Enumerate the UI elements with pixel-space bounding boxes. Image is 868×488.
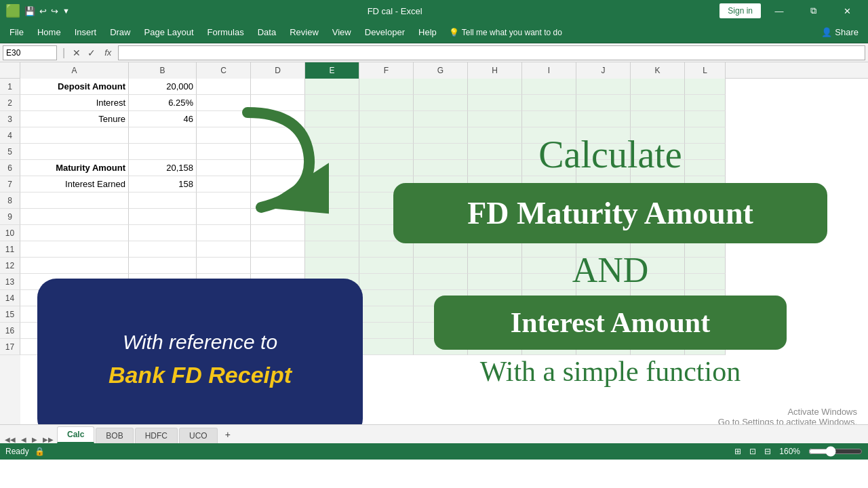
- cell-i1[interactable]: [522, 79, 576, 95]
- tab-scroll-right-right[interactable]: ▶▶: [41, 436, 56, 443]
- formula-cancel-button[interactable]: ✕: [71, 47, 83, 59]
- cell-c3[interactable]: [197, 111, 251, 127]
- cell-f2[interactable]: [359, 95, 414, 111]
- cell-d7[interactable]: [251, 176, 305, 192]
- redo-icon[interactable]: ↪: [51, 6, 58, 16]
- view-pagebreak-icon[interactable]: ⊟: [764, 447, 771, 456]
- view-normal-icon[interactable]: ⊞: [734, 447, 741, 456]
- quick-save-icon[interactable]: 💾: [24, 6, 35, 16]
- cell-b5[interactable]: [129, 144, 197, 160]
- tab-scroll-left[interactable]: ◀: [19, 436, 28, 443]
- cell-c7[interactable]: [197, 176, 251, 192]
- formula-input[interactable]: [118, 45, 865, 60]
- menu-help[interactable]: Help: [412, 24, 443, 40]
- row-num-17[interactable]: 17: [0, 339, 20, 355]
- row-num-14[interactable]: 14: [0, 290, 20, 306]
- cell-h3[interactable]: [468, 111, 522, 127]
- cell-e3[interactable]: [305, 111, 359, 127]
- menu-data[interactable]: Data: [251, 24, 283, 40]
- sign-in-button[interactable]: Sign in: [719, 3, 761, 18]
- col-header-i[interactable]: I: [522, 62, 576, 79]
- col-header-j[interactable]: J: [576, 62, 631, 79]
- row-num-11[interactable]: 11: [0, 241, 20, 258]
- sheet-tab-calc[interactable]: Calc: [57, 426, 94, 443]
- row-num-7[interactable]: 7: [0, 176, 20, 192]
- row-num-6[interactable]: 6: [0, 160, 20, 176]
- sheet-tab-bob[interactable]: BOB: [96, 428, 133, 443]
- menu-page-layout[interactable]: Page Layout: [138, 24, 201, 40]
- cell-d4[interactable]: [251, 127, 305, 144]
- row-num-1[interactable]: 1: [0, 79, 20, 95]
- close-button[interactable]: ✕: [831, 0, 863, 22]
- row-num-13[interactable]: 13: [0, 274, 20, 290]
- formula-fx-button[interactable]: fx: [100, 47, 115, 58]
- cell-c4[interactable]: [197, 127, 251, 144]
- col-header-k[interactable]: K: [631, 62, 685, 79]
- cell-d6[interactable]: [251, 160, 305, 176]
- sheet-tab-hdfc[interactable]: HDFC: [135, 428, 178, 443]
- menu-insert[interactable]: Insert: [68, 24, 104, 40]
- undo-icon[interactable]: ↩: [39, 6, 47, 16]
- cell-i3[interactable]: [522, 111, 576, 127]
- col-header-e[interactable]: E: [305, 62, 359, 79]
- col-header-h[interactable]: H: [468, 62, 522, 79]
- cell-j2[interactable]: [576, 95, 631, 111]
- row-num-9[interactable]: 9: [0, 209, 20, 225]
- row-num-2[interactable]: 2: [0, 95, 20, 111]
- col-header-c[interactable]: C: [197, 62, 251, 79]
- col-header-b[interactable]: B: [129, 62, 197, 79]
- tab-scroll-right[interactable]: ▶: [30, 436, 39, 443]
- cell-l2[interactable]: [685, 95, 726, 111]
- view-layout-icon[interactable]: ⊡: [749, 447, 756, 456]
- cell-a1[interactable]: Deposit Amount: [20, 79, 129, 95]
- row-num-15[interactable]: 15: [0, 306, 20, 323]
- menu-file[interactable]: File: [3, 24, 31, 40]
- cell-d1[interactable]: [251, 79, 305, 95]
- cell-i2[interactable]: [522, 95, 576, 111]
- row-num-8[interactable]: 8: [0, 192, 20, 209]
- cell-a2[interactable]: Interest: [20, 95, 129, 111]
- tab-scroll-left-left[interactable]: ◀◀: [3, 436, 18, 443]
- cell-b4[interactable]: [129, 127, 197, 144]
- cell-k2[interactable]: [631, 95, 685, 111]
- cell-b1[interactable]: 20,000: [129, 79, 197, 95]
- row-num-3[interactable]: 3: [0, 111, 20, 127]
- zoom-slider[interactable]: [808, 446, 863, 457]
- cell-k3[interactable]: [631, 111, 685, 127]
- add-sheet-button[interactable]: +: [219, 426, 237, 443]
- menu-draw[interactable]: Draw: [103, 24, 137, 40]
- menu-formulas[interactable]: Formulas: [201, 24, 251, 40]
- cell-e6[interactable]: [305, 160, 359, 176]
- cell-f1[interactable]: [359, 79, 414, 95]
- formula-confirm-button[interactable]: ✓: [85, 47, 98, 59]
- menu-developer[interactable]: Developer: [358, 24, 412, 40]
- cell-j3[interactable]: [576, 111, 631, 127]
- cell-a6[interactable]: Maturity Amount: [20, 160, 129, 176]
- cell-e7[interactable]: [305, 176, 359, 192]
- cell-h2[interactable]: [468, 95, 522, 111]
- share-button[interactable]: 👤 Share: [814, 24, 865, 40]
- row-num-5[interactable]: 5: [0, 144, 20, 160]
- cell-l1[interactable]: [685, 79, 726, 95]
- cell-j1[interactable]: [576, 79, 631, 95]
- menu-review[interactable]: Review: [283, 24, 326, 40]
- cell-c1[interactable]: [197, 79, 251, 95]
- minimize-button[interactable]: —: [764, 0, 795, 22]
- cell-l3[interactable]: [685, 111, 726, 127]
- cell-b2[interactable]: 6.25%: [129, 95, 197, 111]
- sheet-tab-uco[interactable]: UCO: [179, 428, 218, 443]
- cell-e4[interactable]: [305, 127, 359, 144]
- cell-e5[interactable]: [305, 144, 359, 160]
- cell-b7[interactable]: 158: [129, 176, 197, 192]
- cell-c5[interactable]: [197, 144, 251, 160]
- maximize-button[interactable]: ⧉: [797, 0, 829, 22]
- cell-b3[interactable]: 46: [129, 111, 197, 127]
- col-header-g[interactable]: G: [414, 62, 468, 79]
- col-header-a[interactable]: A: [20, 62, 129, 79]
- cell-e1[interactable]: [305, 79, 359, 95]
- cell-a5[interactable]: [20, 144, 129, 160]
- cell-g3[interactable]: [414, 111, 468, 127]
- qa-more-icon[interactable]: ▼: [62, 7, 70, 15]
- cell-a3[interactable]: Tenure: [20, 111, 129, 127]
- cell-c6[interactable]: [197, 160, 251, 176]
